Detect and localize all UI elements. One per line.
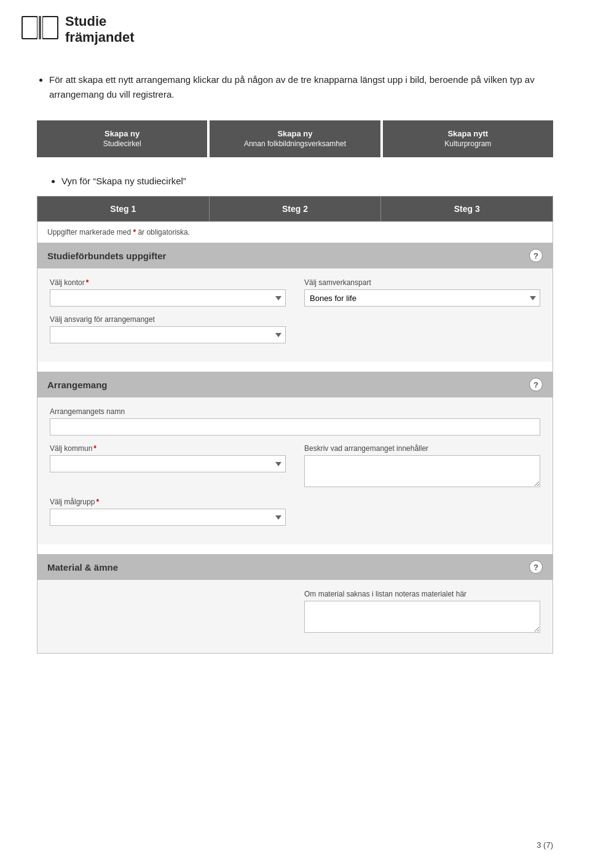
- help-icon-arrangemang[interactable]: ?: [529, 378, 543, 391]
- section-body-arrangemang: Arrangemangets namn Välj kommun*: [37, 397, 553, 544]
- section-title-studieförbundet: Studieförbundets uppgifter: [47, 251, 166, 261]
- textarea-beskrivning[interactable]: [304, 455, 540, 487]
- label-beskrivning: Beskriv vad arrangemanget innehåller: [304, 444, 540, 453]
- select-kommun[interactable]: [50, 455, 286, 472]
- label-material: Om material saknas i listan noteras mate…: [304, 590, 540, 598]
- create-studiecirkel-button[interactable]: Skapa ny Studiecirkel: [37, 120, 207, 157]
- logo: Studie främjandet: [18, 11, 572, 48]
- logo-text: Studie främjandet: [65, 14, 134, 46]
- form-col-beskrivning: Beskriv vad arrangemanget innehåller: [304, 444, 540, 489]
- select-ansvarig[interactable]: [50, 326, 286, 343]
- section-body-studieförbundet: Välj kontor* Välj samverkanspart Bones f…: [37, 268, 553, 362]
- form-col-empty-1: [304, 315, 540, 343]
- section-bar-studieförbundet: Studieförbundets uppgifter ?: [37, 243, 553, 268]
- form-col-kommun: Välj kommun*: [50, 444, 286, 489]
- tab-step1[interactable]: Steg 1: [37, 197, 210, 221]
- create-buttons-row: Skapa ny Studiecirkel Skapa ny Annan fol…: [37, 120, 553, 157]
- header: Studie främjandet: [0, 0, 590, 54]
- svg-rect-3: [23, 17, 37, 38]
- textarea-material[interactable]: [304, 601, 540, 633]
- form-row-namn: Arrangemangets namn: [50, 407, 540, 436]
- section-bar-arrangemang: Arrangemang ?: [37, 372, 553, 397]
- label-namn: Arrangemangets namn: [50, 407, 540, 416]
- mandatory-note: Uppgifter markerade med * är obligatoris…: [37, 222, 553, 243]
- form-row-kontor-samverkanspart: Välj kontor* Välj samverkanspart Bones f…: [50, 278, 540, 307]
- label-kontor: Välj kontor*: [50, 278, 286, 287]
- form-col-namn: Arrangemangets namn: [50, 407, 540, 436]
- form-col-malgrupp: Välj målgrupp*: [50, 498, 286, 526]
- label-samverkanspart: Välj samverkanspart: [304, 278, 540, 287]
- tab-step3[interactable]: Steg 3: [381, 197, 553, 221]
- main-content: För att skapa ett nytt arrangemang klick…: [0, 54, 590, 690]
- label-kommun: Välj kommun*: [50, 444, 286, 453]
- intro-text: För att skapa ett nytt arrangemang klick…: [49, 72, 553, 102]
- create-folkbildning-button[interactable]: Skapa ny Annan folkbildningsverksamhet: [210, 120, 380, 157]
- form-col-material-textarea: Om material saknas i listan noteras mate…: [304, 590, 540, 635]
- form-col-kontor: Välj kontor*: [50, 278, 286, 307]
- svg-rect-5: [39, 16, 41, 39]
- select-kontor[interactable]: [50, 289, 286, 307]
- select-samverkanspart[interactable]: Bones for life: [304, 289, 540, 307]
- form-col-samverkanspart: Välj samverkanspart Bones for life: [304, 278, 540, 307]
- help-icon-material[interactable]: ?: [529, 560, 543, 574]
- svg-rect-4: [43, 17, 57, 38]
- section-title-material: Material & ämne: [47, 562, 118, 573]
- view-heading: Vyn för “Skapa ny studiecirkel”: [61, 176, 553, 186]
- intro-section: För att skapa ett nytt arrangemang klick…: [37, 72, 553, 102]
- form-col-ansvarig: Välj ansvarig för arrangemanget: [50, 315, 286, 343]
- label-ansvarig: Välj ansvarig för arrangemanget: [50, 315, 286, 324]
- form-row-malgrupp: Välj målgrupp*: [50, 498, 540, 526]
- label-malgrupp: Välj målgrupp*: [50, 498, 286, 506]
- logo-icon: [18, 11, 61, 48]
- footer-page: 3 (7): [537, 840, 553, 850]
- form-col-material-empty: [50, 590, 286, 635]
- form-row-ansvarig: Välj ansvarig för arrangemanget: [50, 315, 540, 343]
- select-malgrupp[interactable]: [50, 509, 286, 526]
- form-area: Uppgifter markerade med * är obligatoris…: [37, 222, 553, 654]
- form-col-empty-2: [304, 498, 540, 526]
- section-title-arrangemang: Arrangemang: [47, 380, 108, 390]
- form-row-kommun-beskrivning: Välj kommun* Beskriv vad arrangemanget i…: [50, 444, 540, 489]
- tab-step2[interactable]: Steg 2: [210, 197, 382, 221]
- step-tabs: Steg 1 Steg 2 Steg 3: [37, 196, 553, 222]
- input-namn[interactable]: [50, 418, 540, 436]
- section-bar-material: Material & ämne ?: [37, 554, 553, 580]
- form-row-material: Om material saknas i listan noteras mate…: [50, 590, 540, 635]
- help-icon-studieförbundet[interactable]: ?: [529, 249, 543, 262]
- section-body-material: Om material saknas i listan noteras mate…: [37, 580, 553, 653]
- create-kulturprogram-button[interactable]: Skapa nytt Kulturprogram: [383, 120, 553, 157]
